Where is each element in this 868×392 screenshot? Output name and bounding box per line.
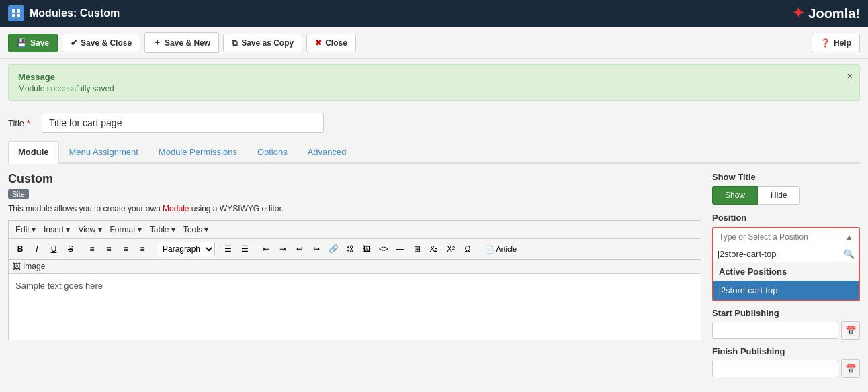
save-new-button[interactable]: ＋ Save & New (144, 32, 219, 53)
message-box: Message Module successfully saved × (8, 64, 860, 101)
module-description: This module allows you to create your ow… (8, 204, 701, 213)
show-title-toggle: Show Hide (712, 186, 860, 205)
checkmark-icon: ✔ (71, 38, 77, 48)
joomla-star-icon: ✦ (792, 5, 804, 22)
start-publishing-row: 📅 (712, 321, 860, 340)
required-indicator: * (27, 118, 30, 128)
editor-bold-button[interactable]: B (13, 242, 28, 256)
editor-insert-image-button[interactable]: 🖼 Image (13, 262, 45, 271)
show-title-show-button[interactable]: Show (712, 186, 758, 205)
save-copy-button[interactable]: ⧉ Save as Copy (223, 34, 302, 52)
calendar-icon-2: 📅 (845, 364, 857, 374)
editor-menu-edit[interactable]: Edit ▾ (13, 224, 38, 236)
save-close-button[interactable]: ✔ Save & Close (62, 34, 140, 52)
tabs: Module Menu Assignment Module Permission… (8, 141, 860, 164)
joomla-logo: ✦ Joomla! (792, 5, 860, 22)
editor-menu-table[interactable]: Table ▾ (147, 224, 178, 236)
svg-rect-1 (17, 9, 20, 13)
header: Modules: Custom ✦ Joomla! (0, 0, 868, 27)
save-button[interactable]: 💾 Save (8, 34, 58, 52)
content-area: Title * Module Menu Assignment Module Pe… (0, 106, 868, 385)
image-icon: 🖼 (13, 262, 21, 271)
x-icon: ✖ (315, 38, 322, 48)
header-left: Modules: Custom (8, 5, 120, 21)
editor-code-button[interactable]: <> (376, 242, 391, 256)
message-title: Message (18, 72, 850, 82)
editor-indent-button[interactable]: ⇥ (275, 242, 290, 256)
svg-rect-3 (17, 14, 20, 17)
chevron-up-icon: ▲ (845, 232, 853, 242)
position-select-bar[interactable]: Type or Select a Position ▲ (713, 228, 859, 246)
editor-unlink-button[interactable]: ⛓ (343, 242, 357, 256)
editor-sample-text: Sample text goes here (15, 281, 103, 291)
finish-publishing-input[interactable] (712, 360, 838, 377)
finish-publishing-calendar-button[interactable]: 📅 (841, 359, 860, 378)
tab-menu-assignment[interactable]: Menu Assignment (59, 141, 148, 162)
editor-article-button[interactable]: 📄 Article (480, 242, 521, 256)
editor-align-center-button[interactable]: ≡ (101, 242, 116, 256)
editor-menu-view[interactable]: View ▾ (75, 224, 104, 236)
position-search-bar: 🔍 (713, 246, 859, 262)
module-link[interactable]: Module (163, 204, 189, 213)
save-icon: 💾 (17, 38, 27, 48)
message-close-button[interactable]: × (847, 70, 853, 81)
editor-list-ul-button[interactable]: ☰ (220, 242, 235, 256)
editor-table-insert-button[interactable]: ⊞ (410, 242, 425, 256)
two-col-layout: Custom Site This module allows you to cr… (8, 172, 860, 378)
finish-publishing-row: 📅 (712, 359, 860, 378)
editor-hr-button[interactable]: — (393, 242, 408, 256)
editor-align-justify-button[interactable]: ≡ (135, 242, 150, 256)
position-search-input[interactable] (718, 249, 844, 259)
editor-strikethrough-button[interactable]: S (63, 242, 78, 256)
tab-advanced[interactable]: Advanced (298, 141, 357, 162)
editor-menu-tools[interactable]: Tools ▾ (181, 224, 211, 236)
start-publishing-calendar-button[interactable]: 📅 (841, 321, 860, 340)
editor-format-bar: B I U S ≡ ≡ ≡ ≡ Paragraph Heading 1 Head… (8, 238, 701, 259)
svg-rect-0 (12, 9, 15, 13)
editor-align-left-button[interactable]: ≡ (85, 242, 99, 256)
position-dropdown-wrapper: Type or Select a Position ▲ 🔍 Active Pos… (712, 227, 860, 301)
editor-subscript-button[interactable]: X₂ (427, 242, 441, 256)
finish-publishing-label: Finish Publishing (712, 346, 860, 356)
editor-link-button[interactable]: 🔗 (326, 242, 341, 256)
editor-image-bar: 🖼 Image (8, 259, 701, 273)
editor-menu-format[interactable]: Format ▾ (107, 224, 144, 236)
title-label: Title * (8, 118, 35, 128)
editor-image-button[interactable]: 🖼 (359, 242, 374, 256)
editor-redo-button[interactable]: ↪ (309, 242, 324, 256)
editor-undo-button[interactable]: ↩ (292, 242, 307, 256)
editor-paragraph-select[interactable]: Paragraph Heading 1 Heading 2 (157, 242, 215, 256)
editor-superscript-button[interactable]: X² (443, 242, 458, 256)
show-title-hide-button[interactable]: Hide (758, 186, 800, 205)
main-column: Custom Site This module allows you to cr… (8, 172, 701, 378)
editor-body[interactable]: Sample text goes here (8, 273, 701, 340)
active-positions-label: Active Positions (713, 262, 859, 281)
title-input[interactable] (42, 113, 324, 133)
site-badge: Site (8, 189, 701, 204)
section-title: Custom (8, 172, 701, 186)
tab-options[interactable]: Options (247, 141, 298, 162)
plus-icon: ＋ (153, 37, 161, 48)
editor-menu-insert[interactable]: Insert ▾ (41, 224, 73, 236)
editor-underline-button[interactable]: U (46, 242, 61, 256)
message-text: Module successfully saved (18, 84, 850, 93)
start-publishing-input[interactable] (712, 322, 838, 339)
editor-italic-button[interactable]: I (30, 242, 44, 256)
editor-outdent-button[interactable]: ⇤ (259, 242, 273, 256)
editor-menu-bar: Edit ▾ Insert ▾ View ▾ Format ▾ Table ▾ … (8, 220, 701, 238)
position-item-j2store-cart-top[interactable]: j2store-cart-top (713, 281, 859, 300)
position-dropdown: 🔍 Active Positions j2store-cart-top (713, 246, 859, 300)
tab-module[interactable]: Module (8, 141, 59, 164)
module-icon (8, 5, 24, 21)
editor-align-right-button[interactable]: ≡ (118, 242, 133, 256)
page-title: Modules: Custom (30, 7, 120, 19)
search-icon: 🔍 (844, 249, 855, 259)
help-button[interactable]: ❓ Help (812, 34, 860, 52)
position-placeholder: Type or Select a Position (719, 232, 808, 242)
tab-module-permissions[interactable]: Module Permissions (148, 141, 247, 162)
editor-list-ol-button[interactable]: ☰ (237, 242, 252, 256)
editor-special-char-button[interactable]: Ω (460, 242, 475, 256)
sidebar-column: Show Title Show Hide Position Type or Se… (712, 172, 860, 378)
joomla-text: Joomla! (808, 6, 860, 21)
close-button[interactable]: ✖ Close (306, 34, 356, 52)
